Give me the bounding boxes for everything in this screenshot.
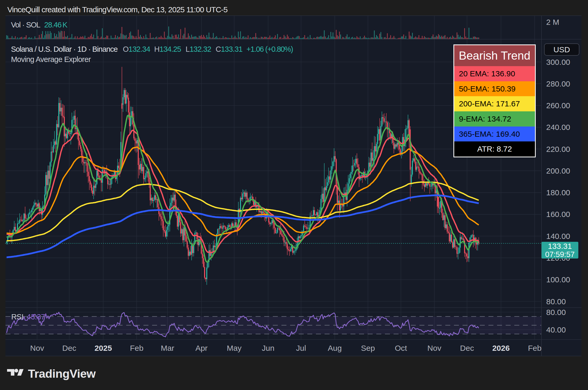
svg-text:Dec: Dec: [62, 344, 76, 352]
svg-text:Dec: Dec: [460, 344, 474, 352]
svg-text:300.00: 300.00: [546, 58, 570, 66]
svg-text:Nov: Nov: [427, 344, 441, 352]
svg-text:Feb: Feb: [528, 344, 541, 352]
svg-text:Feb: Feb: [130, 344, 143, 352]
svg-text:Aug: Aug: [328, 344, 342, 352]
svg-text:Oct: Oct: [395, 344, 407, 352]
svg-text:160.00: 160.00: [546, 210, 570, 219]
svg-text:40.00: 40.00: [546, 325, 566, 334]
svg-text:200.00: 200.00: [546, 167, 570, 175]
svg-text:Jun: Jun: [262, 344, 274, 352]
svg-text:Nov: Nov: [30, 344, 44, 352]
svg-text:140.00: 140.00: [546, 232, 570, 240]
svg-text:180.00: 180.00: [546, 188, 570, 197]
svg-text:2025: 2025: [95, 344, 112, 352]
svg-text:80.00: 80.00: [546, 297, 566, 306]
svg-text:260.00: 260.00: [546, 101, 570, 110]
svg-text:80.00: 80.00: [546, 308, 566, 317]
svg-text:May: May: [227, 344, 242, 352]
svg-text:2 M: 2 M: [546, 18, 559, 26]
svg-text:Mar: Mar: [161, 344, 174, 352]
svg-text:Sep: Sep: [361, 344, 375, 352]
svg-text:280.00: 280.00: [546, 79, 570, 88]
svg-text:220.00: 220.00: [546, 145, 570, 153]
svg-text:2026: 2026: [492, 344, 510, 352]
svg-text:Jul: Jul: [296, 344, 306, 352]
svg-text:100.00: 100.00: [546, 275, 570, 284]
svg-text:240.00: 240.00: [546, 123, 570, 131]
svg-text:Apr: Apr: [195, 344, 208, 352]
